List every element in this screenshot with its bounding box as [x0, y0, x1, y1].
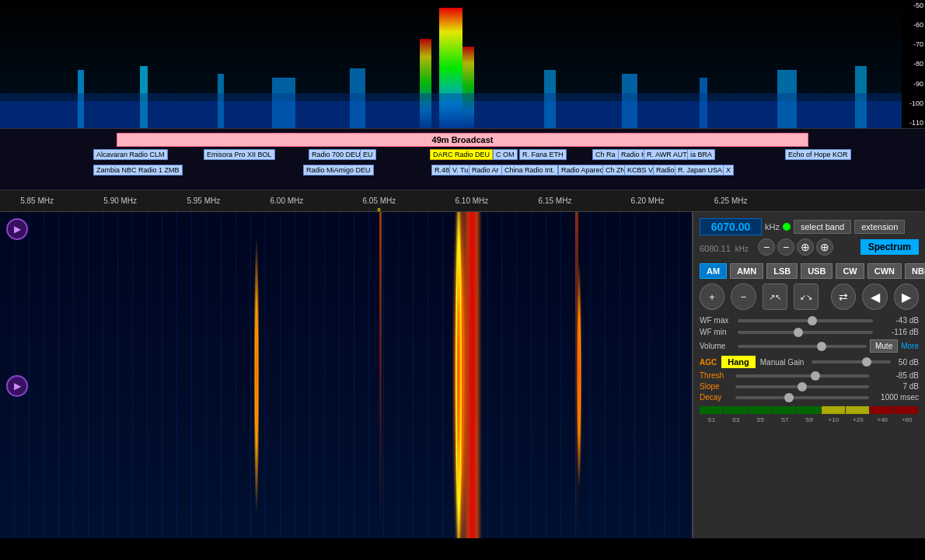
mode-lsb-button[interactable]: LSB [766, 263, 798, 279]
nav-swap-button[interactable]: ⇄ [831, 283, 856, 310]
frequency-input[interactable]: 6070.00 [700, 218, 762, 235]
wfmin-slider[interactable] [738, 331, 873, 334]
station-miamigo: Radio MiAmigo DEU [303, 165, 374, 176]
agc-row: AGC Hang Manual Gain 50 dB [700, 356, 919, 368]
volume-thumb[interactable] [817, 342, 826, 351]
wfmin-label: WF min [700, 328, 735, 336]
mode-usb-button[interactable]: USB [801, 263, 832, 279]
broadcast-band-bar: 49m Broadcast [117, 133, 808, 147]
wf-signal-2 [575, 212, 578, 538]
hang-button[interactable]: Hang [721, 356, 756, 368]
wfmin-value: -116 dB [876, 328, 919, 336]
decay-slider[interactable] [735, 396, 869, 399]
secondary-frequency-value: 6080.11 [700, 244, 731, 253]
db-label-50: -50 [903, 2, 923, 9]
expand-button[interactable]: ↗↖ [763, 283, 787, 310]
mute-button[interactable]: Mute [870, 339, 898, 353]
freq-tick-620: 6.20 MHz [631, 197, 665, 205]
play-button-2[interactable]: ▶ [6, 375, 28, 397]
nav-prev-button[interactable]: ◀ [862, 283, 887, 310]
wf-signal-main [462, 212, 482, 538]
secondary-frequency-unit: kHz [735, 245, 749, 253]
freq-tick-625: 6.25 MHz [714, 197, 748, 205]
wfmin-thumb[interactable] [794, 328, 803, 337]
mode-row: AM AMN LSB USB CW CWN NBFM [700, 263, 919, 279]
thresh-slider[interactable] [735, 374, 869, 377]
wfmax-slider[interactable] [738, 319, 873, 322]
zoom-out-button[interactable]: − [731, 283, 756, 310]
wfmax-value: -43 dB [876, 316, 919, 325]
s-seg-20 [846, 406, 870, 414]
volume-slider[interactable] [738, 345, 867, 348]
zoom-minus-2-button[interactable]: − [777, 238, 794, 256]
manual-gain-label: Manual Gain [760, 358, 805, 367]
secondary-frequency-row: 6080.11 kHz − − ⊕ ⊕ Spectrum [700, 238, 919, 259]
wfmax-row: WF max -43 dB [700, 316, 919, 325]
gain-thumb[interactable] [862, 357, 871, 367]
station-radio700: Radio 700 DEU [309, 149, 364, 160]
mode-amn-button[interactable]: AMN [730, 263, 763, 279]
station-apareci: Radio Apareci [558, 165, 608, 176]
smeter-bar [700, 406, 919, 416]
tuning-arrow: ˳ [376, 199, 382, 211]
s-label-5: S5 [749, 416, 772, 423]
station-darc: DARC Radio DEU [430, 149, 493, 160]
zoom-controls: − − ⊕ ⊕ Spectrum [758, 238, 919, 256]
db-label-110: -110 [903, 119, 923, 127]
thresh-label: Thresh [700, 371, 732, 380]
more-button[interactable]: More [901, 342, 919, 350]
station-bra: ia BRA [687, 149, 715, 160]
station-cri: China Radio Int. [501, 165, 558, 176]
s-label-10: +10 [822, 416, 845, 423]
spectrum-display: -50 -60 -70 -80 -90 -100 -110 [0, 0, 925, 128]
station-zambia: Zambia NBC Radio 1 ZMB [93, 165, 183, 176]
s-seg-9 [797, 406, 821, 414]
station-echo: Echo of Hope KOR [785, 149, 851, 160]
thresh-row: Thresh -85 dB [700, 371, 919, 380]
freq-tick-610: 6.10 MHz [455, 197, 488, 205]
station-com: C OM [493, 149, 518, 160]
waterfall-controls-area: ▶ ▶ 6070.00 kHz select band extension 60… [0, 212, 925, 538]
s-label-40: +40 [871, 416, 894, 423]
wfmax-thumb[interactable] [808, 316, 817, 325]
spectrum-bars [0, 0, 902, 128]
extension-button[interactable]: extension [854, 220, 905, 234]
zoom-plus-1-button[interactable]: ⊕ [797, 238, 814, 256]
slope-label: Slope [700, 382, 732, 391]
gain-slider[interactable] [812, 360, 890, 363]
station-radioa: Radio Ar [469, 165, 502, 176]
agc-label: AGC [700, 358, 717, 367]
s-label-1: S1 [700, 416, 723, 423]
spectrum-button[interactable]: Spectrum [860, 239, 919, 255]
db-label-80: -80 [903, 60, 923, 68]
waterfall-canvas [0, 212, 692, 538]
slope-thumb[interactable] [798, 382, 807, 391]
decay-thumb[interactable] [784, 393, 794, 402]
mode-am-button[interactable]: AM [700, 263, 727, 279]
slope-slider[interactable] [735, 385, 869, 388]
thresh-thumb[interactable] [811, 371, 820, 381]
mode-cw-button[interactable]: CW [836, 263, 864, 279]
select-band-button[interactable]: select band [794, 220, 851, 234]
broadcast-band-label: 49m Broadcast [432, 135, 494, 144]
nav-next-button[interactable]: ▶ [894, 283, 919, 310]
zoom-plus-2-button[interactable]: ⊕ [816, 238, 833, 256]
s-label-3: S3 [724, 416, 747, 423]
play-button[interactable]: ▶ [6, 218, 28, 240]
spectrum-canvas[interactable] [0, 0, 902, 128]
decay-label: Decay [700, 393, 732, 402]
smeter-labels: S1 S3 S5 S7 S9 +10 +20 +40 +60 [700, 416, 919, 423]
contract-button[interactable]: ↙↘ [794, 283, 819, 310]
mode-cwn-button[interactable]: CWN [867, 263, 902, 279]
mode-nbfm-button[interactable]: NBFM [905, 263, 925, 279]
zoom-in-button[interactable]: + [700, 283, 724, 310]
station-awr: R. AWR AUT [644, 149, 690, 160]
freq-tick-585: 5.85 MHz [20, 197, 54, 205]
db-label-60: -60 [903, 21, 923, 29]
gain-value: 50 dB [899, 358, 919, 367]
zoom-minus-1-button[interactable]: − [758, 238, 775, 256]
decay-value: 1000 msec [872, 393, 919, 402]
control-panel: 6070.00 kHz select band extension 6080.1… [692, 212, 925, 538]
wf-signal-1 [379, 212, 382, 538]
frequency-unit: kHz [765, 222, 780, 231]
